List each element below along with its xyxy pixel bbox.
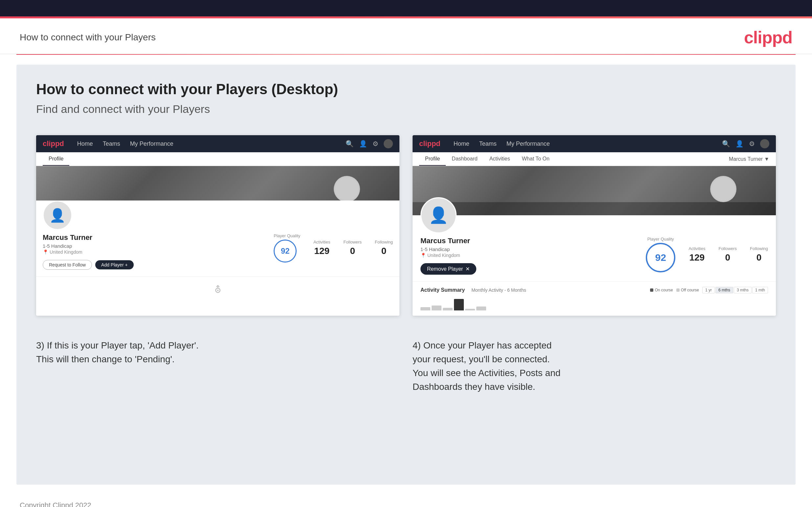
quality-stat-2: Player Quality 92 <box>646 237 675 272</box>
screenshot-bottom-1: ⛢ <box>36 276 399 302</box>
avatar-2: 👤 <box>420 197 457 233</box>
search-icon-2[interactable]: 🔍 <box>722 140 730 148</box>
profile-info-1: Marcus Turner 1-5 Handicap 📍 United King… <box>43 233 257 270</box>
clippd-logo: clippd <box>744 27 792 47</box>
quality-circle-2: 92 <box>646 243 675 272</box>
legend-dot-on-course <box>650 288 653 292</box>
profile-buttons-1: Request to Follow Add Player + <box>43 260 257 270</box>
player-selector-2[interactable]: Marcus Turner ▼ <box>729 156 769 162</box>
time-btn-3mths[interactable]: 3 mths <box>734 287 752 293</box>
nav-teams-2[interactable]: Teams <box>479 140 497 147</box>
caption-right-text: 4) Once your Player has accepted your re… <box>413 339 776 394</box>
caption-left: 3) If this is your Player tap, 'Add Play… <box>36 332 399 400</box>
nav-home-1[interactable]: Home <box>77 140 93 147</box>
quality-stat-1: Player Quality 92 <box>273 233 300 263</box>
page-header: How to connect with your Players clippd <box>0 18 812 54</box>
legend-dot-off-course <box>676 288 679 292</box>
nav-myperformance-1[interactable]: My Performance <box>130 140 173 147</box>
screenshot-2: clippd Home Teams My Performance 🔍 👤 ⚙ P… <box>413 135 776 316</box>
mock-nav-2: clippd Home Teams My Performance 🔍 👤 ⚙ <box>413 135 776 152</box>
caption-right: 4) Once your Player has accepted your re… <box>413 332 776 400</box>
mock-tabs-1: Profile <box>36 152 399 166</box>
settings-icon-2[interactable]: ⚙ <box>749 140 755 148</box>
tab-dashboard-2[interactable]: Dashboard <box>446 152 483 166</box>
time-btn-1mth[interactable]: 1 mth <box>752 287 768 293</box>
chart-bar-4 <box>454 299 464 311</box>
tab-activities-2[interactable]: Activities <box>484 152 516 166</box>
profile-section-1: 👤 Marcus Turner 1-5 Handicap 📍 United Ki… <box>36 201 399 276</box>
legend-off-course: Off course <box>676 288 699 292</box>
caption-left-text: 3) If this is your Player tap, 'Add Play… <box>36 339 399 366</box>
captions-row: 3) If this is your Player tap, 'Add Play… <box>36 332 776 400</box>
following-stat-2: Following 0 <box>750 246 768 263</box>
close-icon-remove: ✕ <box>465 266 470 272</box>
screenshot-1: clippd Home Teams My Performance 🔍 👤 ⚙ P… <box>36 135 399 316</box>
activity-header: Activity Summary Monthly Activity - 6 Mo… <box>420 287 768 293</box>
stats-row-1: Player Quality 92 Activities 129 Followe… <box>273 233 393 263</box>
loading-icon-1: ⛢ <box>214 284 221 295</box>
main-subtitle: Find and connect with your Players <box>36 103 776 115</box>
tab-profile-1[interactable]: Profile <box>43 152 69 166</box>
stats-row-2: Player Quality 92 Activities 129 Followe… <box>646 237 768 272</box>
mock-tabs-2: Profile Dashboard Activities What To On … <box>413 152 776 166</box>
remove-player-button[interactable]: Remove Player ✕ <box>420 263 476 275</box>
search-icon-1[interactable]: 🔍 <box>346 140 354 148</box>
player-location-1: 📍 United Kingdom <box>43 249 257 255</box>
user-icon-2[interactable]: 👤 <box>735 140 744 148</box>
player-name-2: Marcus Turner <box>420 237 629 245</box>
following-stat-1: Following 0 <box>375 239 393 256</box>
nav-icons-1: 🔍 👤 ⚙ <box>346 139 393 148</box>
main-title: How to connect with your Players (Deskto… <box>36 81 776 98</box>
chart-bar-2 <box>432 305 442 311</box>
chart-area <box>420 297 768 311</box>
activity-controls: On course Off course 1 yr 6 mths 3 mths … <box>650 287 768 293</box>
golf-banner-2 <box>413 166 776 215</box>
nav-home-2[interactable]: Home <box>454 140 469 147</box>
followers-stat-2: Followers 0 <box>718 246 737 263</box>
activities-stat-2: Activities 129 <box>689 246 705 263</box>
activity-summary: Activity Summary Monthly Activity - 6 Mo… <box>413 281 776 316</box>
nav-logo-2: clippd <box>419 139 441 148</box>
main-content: How to connect with your Players (Deskto… <box>16 65 796 485</box>
chart-bar-6 <box>476 306 486 311</box>
time-buttons: 1 yr 6 mths 3 mths 1 mth <box>702 287 768 293</box>
tab-profile-2[interactable]: Profile <box>419 152 446 166</box>
activities-stat-1: Activities 129 <box>313 239 330 256</box>
mock-nav-1: clippd Home Teams My Performance 🔍 👤 ⚙ <box>36 135 399 152</box>
time-btn-6mths[interactable]: 6 mths <box>715 287 733 293</box>
follow-button-1[interactable]: Request to Follow <box>43 260 92 270</box>
add-player-button-1[interactable]: Add Player + <box>95 260 134 269</box>
nav-icons-2: 🔍 👤 ⚙ <box>722 139 769 148</box>
user-icon-1[interactable]: 👤 <box>359 140 367 148</box>
player-name-1: Marcus Turner <box>43 233 257 242</box>
nav-avatar-2[interactable] <box>760 139 769 148</box>
profile-buttons-2: Remove Player ✕ <box>420 263 629 275</box>
separator-line <box>16 54 796 55</box>
copyright-text: Copyright Clippd 2022 <box>20 501 91 507</box>
nav-logo-1: clippd <box>43 139 64 148</box>
quality-circle-1: 92 <box>273 239 297 263</box>
settings-icon-1[interactable]: ⚙ <box>372 140 378 148</box>
nav-avatar-1[interactable] <box>384 139 393 148</box>
nav-teams-1[interactable]: Teams <box>103 140 120 147</box>
activity-title: Activity Summary <box>420 287 465 293</box>
followers-stat-1: Followers 0 <box>343 239 362 256</box>
chart-bar-5 <box>465 309 475 311</box>
avatar-1: 👤 <box>43 201 72 230</box>
breadcrumb: How to connect with your Players <box>20 32 156 43</box>
time-btn-1yr[interactable]: 1 yr <box>702 287 715 293</box>
legend-on-course: On course <box>650 288 673 292</box>
player-location-2: 📍 United Kingdom <box>420 253 629 258</box>
profile-info-2: Marcus Turner 1-5 Handicap 📍 United King… <box>420 237 629 275</box>
chart-bar-3 <box>443 308 453 311</box>
tab-what-to-on-2[interactable]: What To On <box>516 152 555 166</box>
top-bar <box>0 0 812 16</box>
chart-bar-1 <box>420 307 430 311</box>
player-handicap-1: 1-5 Handicap <box>43 243 257 249</box>
profile-main-row-1: Marcus Turner 1-5 Handicap 📍 United King… <box>43 233 393 270</box>
player-handicap-2: 1-5 Handicap <box>420 246 629 252</box>
page-footer: Copyright Clippd 2022 <box>0 495 812 507</box>
nav-myperformance-2[interactable]: My Performance <box>507 140 550 147</box>
screenshots-row: clippd Home Teams My Performance 🔍 👤 ⚙ P… <box>36 135 776 316</box>
activity-period: Monthly Activity - 6 Months <box>471 287 526 293</box>
